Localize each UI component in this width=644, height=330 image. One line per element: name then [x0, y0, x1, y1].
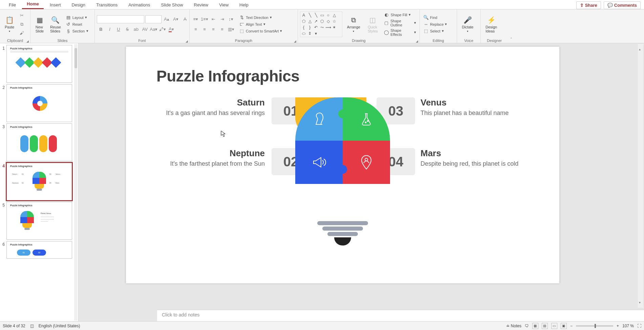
- align-right-button[interactable]: ≡: [209, 25, 217, 33]
- slide-canvas-area[interactable]: Puzzle Infographics Saturn It's a gas gi…: [79, 43, 644, 321]
- reuse-slides-button[interactable]: 🔍Reuse Slides: [47, 15, 64, 34]
- puzzle-piece-4[interactable]: [343, 141, 390, 184]
- reading-view-button[interactable]: ▭: [551, 323, 557, 329]
- design-ideas-button[interactable]: ⚡Design Ideas: [483, 15, 500, 34]
- columns-button[interactable]: ▥▾: [227, 25, 235, 33]
- zoom-level[interactable]: 107 %: [622, 324, 634, 328]
- bold-button[interactable]: B: [97, 25, 105, 33]
- item-neptune[interactable]: Neptune It's the farthest planet from th…: [156, 148, 265, 168]
- accessibility-icon[interactable]: ◫: [30, 324, 34, 328]
- format-painter-button[interactable]: 🖌: [18, 29, 26, 37]
- zoom-out-button[interactable]: −: [570, 324, 573, 328]
- normal-view-button[interactable]: ▦: [532, 323, 538, 329]
- thumbnail-2[interactable]: 2 Puzzle Infographics: [1, 85, 78, 122]
- tab-help[interactable]: Help: [235, 0, 253, 9]
- dialog-launcher-icon[interactable]: ◢: [26, 40, 29, 43]
- grow-font-button[interactable]: A▴: [163, 15, 171, 23]
- find-button[interactable]: 🔍Find: [422, 15, 448, 21]
- shadow-button[interactable]: ab: [132, 25, 140, 33]
- new-slide-button[interactable]: ▦New Slide: [33, 15, 47, 34]
- line-spacing-button[interactable]: ↕▾: [227, 15, 235, 23]
- align-left-button[interactable]: ≡: [192, 25, 200, 33]
- zoom-in-button[interactable]: +: [617, 324, 619, 328]
- thumbnail-4[interactable]: 4 Puzzle Infographics Saturn 01 Neptune …: [1, 163, 78, 200]
- puzzle-piece-2[interactable]: [343, 97, 390, 141]
- section-button[interactable]: §Section ▾: [64, 28, 90, 34]
- font-size-combo[interactable]: [145, 15, 162, 23]
- tab-transitions[interactable]: Transitions: [91, 0, 122, 9]
- item-mars[interactable]: Mars Despite being red, this planet is c…: [421, 148, 529, 168]
- align-center-button[interactable]: ≡: [200, 25, 209, 33]
- strike-button[interactable]: S̶: [123, 25, 131, 33]
- slide-thumbnails-pane[interactable]: 1 Puzzle Infographics 2 Puzzle Infograph…: [0, 43, 79, 321]
- dialog-launcher-icon[interactable]: ◢: [416, 40, 418, 43]
- gallery-more-icon[interactable]: ▾: [313, 31, 319, 36]
- clear-format-button[interactable]: A̶: [181, 15, 189, 23]
- zoom-slider[interactable]: [576, 325, 613, 327]
- shape-fill-button[interactable]: ◐Shape Fill ▾: [383, 12, 417, 18]
- change-case-button[interactable]: Aa▾: [150, 25, 158, 33]
- quick-styles-button[interactable]: ◫Quick Styles: [365, 15, 381, 34]
- tab-slideshow[interactable]: Slide Show: [156, 0, 188, 9]
- comments-status-icon[interactable]: 🗨: [525, 324, 529, 328]
- text-direction-button[interactable]: ⇅Text Direction ▾: [238, 15, 283, 21]
- lightbulb-graphic[interactable]: [295, 97, 390, 266]
- tab-view[interactable]: View: [214, 0, 233, 9]
- shape-textbox-icon[interactable]: A: [301, 13, 306, 18]
- italic-button[interactable]: I: [106, 25, 114, 33]
- thumbnail-3[interactable]: 3 Puzzle Infographics: [1, 124, 78, 161]
- increase-indent-button[interactable]: ⇥: [218, 15, 226, 23]
- tab-animations[interactable]: Animations: [124, 0, 155, 9]
- thumbnail-6[interactable]: 6 Puzzle Infographics 01 02: [1, 241, 78, 258]
- scroll-down-icon[interactable]: ▾: [639, 301, 641, 304]
- item-venus[interactable]: Venus This planet has a beautiful name: [421, 97, 529, 117]
- layout-button[interactable]: ▤Layout ▾: [64, 15, 90, 21]
- justify-button[interactable]: ≡: [218, 25, 226, 33]
- collapse-ribbon-button[interactable]: ˄: [508, 9, 515, 43]
- dialog-launcher-icon[interactable]: ◢: [186, 40, 188, 43]
- scroll-up-icon[interactable]: ▴: [639, 47, 641, 51]
- thumbnails-scrollbar[interactable]: [74, 44, 78, 321]
- arrange-button[interactable]: ⧉Arrange▾: [344, 15, 363, 33]
- align-text-button[interactable]: ⫍Align Text ▾: [238, 21, 283, 27]
- decrease-indent-button[interactable]: ⇤: [209, 15, 217, 23]
- slide[interactable]: Puzzle Infographics Saturn It's a gas gi…: [126, 47, 559, 283]
- reset-button[interactable]: ↺Reset: [64, 21, 90, 27]
- font-family-combo[interactable]: [97, 15, 144, 23]
- highlight-button[interactable]: 🖍▾: [158, 25, 167, 33]
- char-spacing-button[interactable]: AV: [141, 25, 149, 33]
- canvas-vertical-scrollbar[interactable]: ▴ ▾: [638, 44, 643, 308]
- sorter-view-button[interactable]: ▤: [542, 323, 548, 329]
- thumbnail-5[interactable]: 5 Puzzle Infographics Planet Venus –––––…: [1, 202, 78, 239]
- slide-title[interactable]: Puzzle Infographics: [156, 67, 299, 85]
- font-color-button[interactable]: A▾: [167, 25, 175, 33]
- underline-button[interactable]: U: [114, 25, 123, 33]
- smartart-button[interactable]: ⬚Convert to SmartArt ▾: [238, 28, 283, 34]
- slideshow-view-button[interactable]: ▣: [561, 323, 567, 329]
- dialog-launcher-icon[interactable]: ◢: [294, 40, 296, 43]
- shrink-font-button[interactable]: A▾: [172, 15, 180, 23]
- puzzle-piece-3[interactable]: [295, 141, 343, 184]
- numbering-button[interactable]: 1≡▾: [200, 15, 209, 23]
- copy-button[interactable]: ⧉: [18, 20, 26, 28]
- notes-pane[interactable]: Click to add notes: [157, 310, 644, 321]
- cut-button[interactable]: ✂: [18, 11, 26, 20]
- paste-button[interactable]: 📋Paste▾: [2, 15, 17, 33]
- shape-effects-button[interactable]: ◯Shape Effects ▾: [383, 28, 417, 37]
- item-saturn[interactable]: Saturn It's a gas giant and has several …: [156, 97, 265, 117]
- fit-to-window-button[interactable]: ⛶: [637, 324, 641, 328]
- tab-file[interactable]: File: [4, 0, 21, 9]
- tab-insert[interactable]: Insert: [45, 0, 66, 9]
- thumbnail-1[interactable]: 1 Puzzle Infographics: [1, 45, 78, 82]
- comments-button[interactable]: 💬Comments: [604, 1, 641, 9]
- select-button[interactable]: ⬚Select ▾: [422, 28, 448, 34]
- replace-button[interactable]: ↔Replace ▾: [422, 21, 448, 27]
- notes-toggle[interactable]: ≐ Notes: [506, 324, 521, 328]
- tab-review[interactable]: Review: [189, 0, 213, 9]
- share-button[interactable]: ⇪Share: [576, 1, 601, 9]
- tab-design[interactable]: Design: [67, 0, 90, 9]
- bullets-button[interactable]: ≡▾: [192, 15, 200, 23]
- tab-home[interactable]: Home: [22, 0, 44, 9]
- shape-outline-button[interactable]: ▢Shape Outline ▾: [383, 19, 417, 27]
- shapes-gallery[interactable]: A╲╲▭○△⬠ △↗⬡◇☆{} ↶⤳⟿✶⬭⇕▾: [300, 11, 342, 37]
